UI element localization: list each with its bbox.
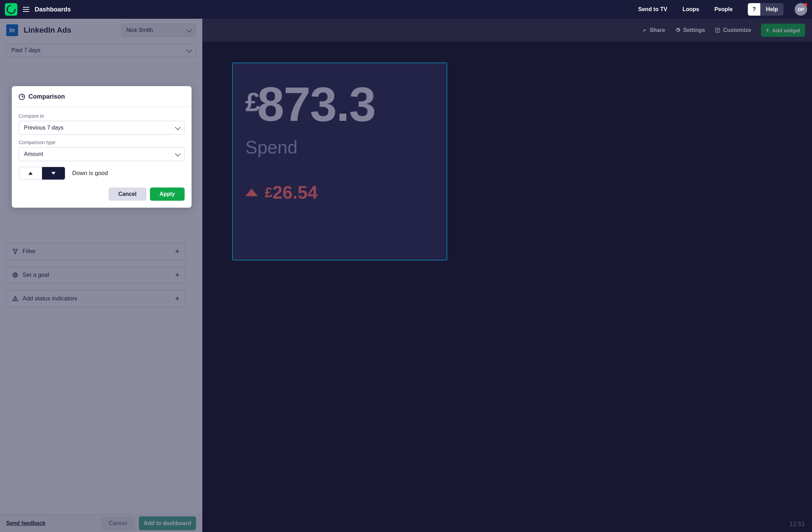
chevron-down-icon [186, 47, 192, 53]
nav-title: Dashboards [35, 6, 71, 13]
brand-logo[interactable] [5, 3, 17, 16]
delta-number: 26.54 [272, 182, 318, 202]
add-widget-label: Add widget [772, 27, 800, 33]
nav-people[interactable]: People [710, 6, 737, 13]
direction-down-option[interactable] [42, 167, 65, 180]
widget-value: £873.3 [245, 80, 434, 128]
customize-icon [715, 27, 720, 33]
account-select-value: Nick Smith [126, 27, 153, 33]
send-feedback-link[interactable]: Send feedback [6, 520, 45, 526]
account-select[interactable]: Nick Smith [121, 24, 196, 37]
triangle-down-icon [51, 172, 56, 175]
timeframe-value: Past 7 days [11, 47, 41, 53]
comparison-card: Comparison Compare to Previous 7 days Co… [12, 86, 192, 208]
config-sidebar: in LinkedIn Ads Nick Smith Past 7 days [0, 19, 202, 532]
plus-icon: + [175, 294, 179, 303]
nav-send-to-tv[interactable]: Send to TV [633, 6, 672, 13]
warning-icon [12, 296, 18, 302]
widget-delta: £26.54 [245, 182, 434, 203]
spend-widget[interactable]: £873.3 Spend £26.54 [232, 63, 447, 260]
direction-toggle[interactable] [19, 167, 65, 180]
comparison-type-select[interactable]: Amount [19, 147, 185, 161]
timeframe-select[interactable]: Past 7 days [6, 44, 196, 57]
status-indicators-option[interactable]: Add status indicators + [6, 290, 185, 307]
compare-to-select[interactable]: Previous 7 days [19, 121, 185, 135]
widget-label: Spend [245, 137, 434, 158]
compare-to-value: Previous 7 days [24, 125, 64, 131]
add-widget-button[interactable]: + Add widget [761, 24, 805, 37]
notification-dot-icon [804, 3, 807, 6]
customize-label: Customize [723, 27, 751, 33]
goal-label: Set a goal [23, 272, 49, 279]
plus-icon: + [766, 27, 770, 34]
sidebar-header: in LinkedIn Ads Nick Smith [0, 19, 202, 42]
share-label: Share [650, 27, 665, 33]
chevron-down-icon [186, 27, 192, 33]
goal-option[interactable]: Set a goal + [6, 267, 185, 283]
comparison-apply-button[interactable]: Apply [150, 188, 185, 201]
help-group: ? Help [748, 3, 784, 16]
avatar[interactable]: DP [795, 3, 807, 16]
widget-number: 873.3 [257, 77, 375, 131]
customize-button[interactable]: Customize [715, 27, 751, 33]
chevron-down-icon [175, 151, 181, 157]
comparison-title: Comparison [28, 93, 65, 100]
direction-label: Down is good [72, 170, 108, 177]
avatar-initials: DP [798, 7, 804, 12]
svg-point-4 [15, 300, 16, 300]
compare-to-label: Compare to [19, 113, 185, 119]
clock-icon [19, 94, 25, 100]
filter-option[interactable]: Filter + [6, 243, 185, 260]
filter-label: Filter [23, 248, 36, 255]
clock-time: 12:51 [789, 521, 805, 528]
target-icon [12, 272, 18, 278]
triangle-up-icon [28, 172, 33, 175]
nav-loops[interactable]: Loops [678, 6, 704, 13]
settings-button[interactable]: Settings [675, 27, 705, 33]
gear-icon [675, 27, 680, 33]
delta-currency: £ [265, 185, 272, 200]
datasource-title: LinkedIn Ads [24, 26, 116, 35]
direction-up-option[interactable] [19, 167, 42, 180]
preview-toolbar: Share Settings Customize + Add widget [202, 19, 812, 42]
status-indicators-label: Add status indicators [23, 295, 77, 302]
top-nav: Dashboards Send to TV Loops People ? Hel… [0, 0, 812, 19]
triangle-up-icon [245, 189, 258, 196]
widget-canvas: £873.3 Spend £26.54 [202, 42, 812, 532]
sidebar-bottom-bar: Send feedback Cancel Add to dashboard [0, 514, 202, 532]
add-to-dashboard-button[interactable]: Add to dashboard [139, 516, 196, 530]
plus-icon: + [175, 271, 179, 280]
comparison-cancel-button[interactable]: Cancel [109, 188, 146, 201]
svg-point-2 [15, 275, 16, 275]
preview-area: Share Settings Customize + Add widget £8… [202, 19, 812, 532]
funnel-icon [12, 248, 18, 255]
chevron-down-icon [175, 124, 181, 130]
cancel-button[interactable]: Cancel [101, 516, 135, 530]
settings-label: Settings [683, 27, 705, 33]
linkedin-icon: in [6, 24, 18, 36]
menu-icon[interactable] [23, 7, 29, 12]
plus-icon: + [175, 247, 179, 256]
share-button[interactable]: Share [641, 27, 665, 33]
comparison-type-label: Comparison type [19, 140, 185, 145]
divider [0, 64, 202, 64]
options-stack: Filter + Set a goal + [0, 240, 202, 307]
help-tip-button[interactable]: ? [748, 3, 760, 16]
share-icon [641, 27, 647, 33]
help-button[interactable]: Help [760, 3, 784, 16]
comparison-type-value: Amount [24, 151, 43, 157]
